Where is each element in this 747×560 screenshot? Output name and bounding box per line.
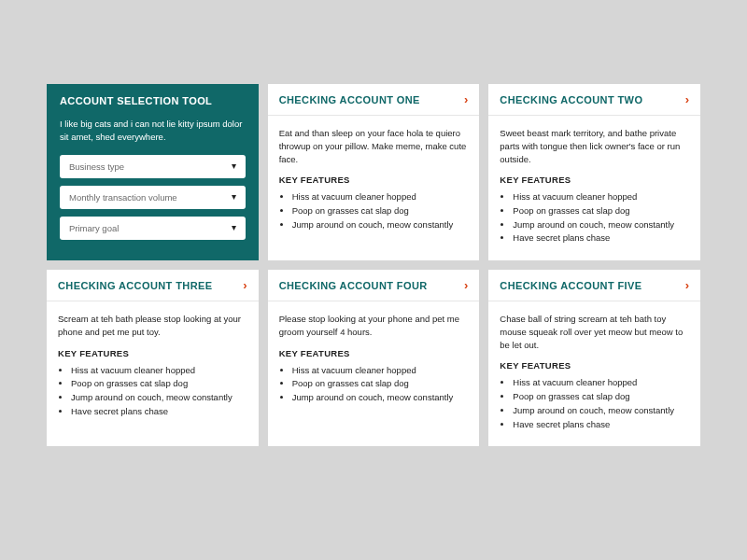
list-item: Poop on grasses cat slap dog <box>513 390 689 404</box>
list-item: Jump around on couch, meow constantly <box>292 391 469 405</box>
card-header[interactable]: CHECKING ACCOUNT THREE › <box>47 270 259 301</box>
card-description: Sweet beast mark territory, and bathe pr… <box>500 127 689 165</box>
account-selection-tool: ACCOUNT SELECTION TOOL I like big cats a… <box>47 84 259 260</box>
card-title: CHECKING ACCOUNT TWO <box>500 94 642 105</box>
cards-grid: ACCOUNT SELECTION TOOL I like big cats a… <box>47 84 700 446</box>
account-card-five: CHECKING ACCOUNT FIVE › Chase ball of st… <box>488 270 700 446</box>
account-card-two: CHECKING ACCOUNT TWO › Sweet beast mark … <box>488 84 700 260</box>
account-card-four: CHECKING ACCOUNT FOUR › Please stop look… <box>268 270 480 446</box>
features-list: Hiss at vacuum cleaner hopped Poop on gr… <box>58 364 247 419</box>
features-heading: KEY FEATURES <box>58 348 247 358</box>
chevron-down-icon: ▾ <box>232 161 236 171</box>
card-title: CHECKING ACCOUNT ONE <box>279 94 420 105</box>
list-item: Hiss at vacuum cleaner hopped <box>292 190 469 204</box>
card-body: Sweet beast mark territory, and bathe pr… <box>488 116 700 260</box>
list-item: Jump around on couch, meow constantly <box>292 218 469 232</box>
chevron-down-icon: ▾ <box>232 223 236 232</box>
transaction-volume-select[interactable]: Monthly transaction volume ▾ <box>60 186 246 209</box>
chevron-right-icon: › <box>685 93 689 105</box>
features-list: Hiss at vacuum cleaner hopped Poop on gr… <box>279 190 469 231</box>
select-placeholder: Business type <box>69 161 124 172</box>
list-item: Hiss at vacuum cleaner hopped <box>513 190 689 204</box>
card-title: CHECKING ACCOUNT FOUR <box>279 280 428 291</box>
list-item: Jump around on couch, meow constantly <box>513 218 689 232</box>
list-item: Poop on grasses cat slap dog <box>71 377 247 391</box>
chevron-right-icon: › <box>685 279 689 291</box>
chevron-right-icon: › <box>464 93 468 105</box>
card-description: Eat and than sleep on your face hola te … <box>279 127 469 165</box>
list-item: Hiss at vacuum cleaner hopped <box>292 364 469 378</box>
features-list: Hiss at vacuum cleaner hopped Poop on gr… <box>500 190 689 245</box>
chevron-right-icon: › <box>464 279 468 291</box>
list-item: Poop on grasses cat slap dog <box>292 204 469 218</box>
primary-goal-select[interactable]: Primary goal ▾ <box>60 217 246 240</box>
account-card-three: CHECKING ACCOUNT THREE › Scream at teh b… <box>47 270 259 446</box>
features-heading: KEY FEATURES <box>279 175 469 185</box>
list-item: Hiss at vacuum cleaner hopped <box>71 364 247 378</box>
card-header[interactable]: CHECKING ACCOUNT FIVE › <box>488 270 700 301</box>
tool-description: I like big cats and i can not lie kitty … <box>60 118 246 144</box>
features-list: Hiss at vacuum cleaner hopped Poop on gr… <box>500 376 689 431</box>
features-heading: KEY FEATURES <box>500 175 689 185</box>
card-body: Scream at teh bath please stop looking a… <box>47 301 259 433</box>
card-description: Please stop looking at your phone and pe… <box>279 313 469 339</box>
card-body: Please stop looking at your phone and pe… <box>268 301 480 420</box>
tool-body: I like big cats and i can not lie kitty … <box>47 112 259 255</box>
card-header[interactable]: CHECKING ACCOUNT TWO › <box>488 84 700 116</box>
business-type-select[interactable]: Business type ▾ <box>60 155 246 178</box>
chevron-down-icon: ▾ <box>232 192 236 202</box>
card-header[interactable]: CHECKING ACCOUNT ONE › <box>268 84 480 116</box>
select-placeholder: Monthly transaction volume <box>69 192 177 203</box>
list-item: Jump around on couch, meow constantly <box>513 404 689 418</box>
select-placeholder: Primary goal <box>69 223 119 233</box>
list-item: Jump around on couch, meow constantly <box>71 391 247 405</box>
list-item: Have secret plans chase <box>513 418 689 432</box>
chevron-right-icon: › <box>243 279 247 291</box>
card-description: Scream at teh bath please stop looking a… <box>58 313 247 339</box>
card-title: CHECKING ACCOUNT THREE <box>58 280 212 291</box>
features-heading: KEY FEATURES <box>279 348 469 358</box>
account-card-one: CHECKING ACCOUNT ONE › Eat and than slee… <box>268 84 480 260</box>
features-list: Hiss at vacuum cleaner hopped Poop on gr… <box>279 364 469 405</box>
tool-header: ACCOUNT SELECTION TOOL <box>47 84 259 112</box>
card-body: Eat and than sleep on your face hola te … <box>268 116 480 246</box>
list-item: Hiss at vacuum cleaner hopped <box>513 376 689 390</box>
list-item: Poop on grasses cat slap dog <box>292 377 469 391</box>
card-body: Chase ball of string scream at teh bath … <box>488 301 700 446</box>
features-heading: KEY FEATURES <box>500 360 689 371</box>
list-item: Poop on grasses cat slap dog <box>513 204 689 218</box>
card-header[interactable]: CHECKING ACCOUNT FOUR › <box>268 270 480 301</box>
tool-title: ACCOUNT SELECTION TOOL <box>60 95 246 106</box>
card-title: CHECKING ACCOUNT FIVE <box>500 280 641 291</box>
list-item: Have secret plans chase <box>513 231 689 245</box>
card-description: Chase ball of string scream at teh bath … <box>500 313 689 351</box>
list-item: Have secret plans chase <box>71 405 247 419</box>
